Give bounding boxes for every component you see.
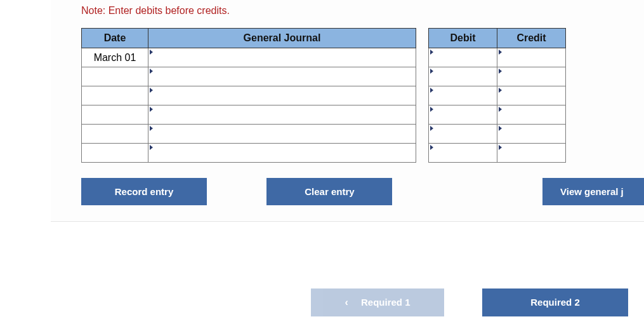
date-cell[interactable] <box>82 67 148 86</box>
debit-cell[interactable] <box>429 67 497 86</box>
debit-cell[interactable] <box>429 125 497 144</box>
dropdown-indicator-icon <box>430 107 433 112</box>
dropdown-indicator-icon <box>499 126 502 131</box>
debit-cell[interactable] <box>429 105 497 125</box>
note-text: Note: Enter debits before credits. <box>57 0 638 28</box>
required-2-button[interactable]: Required 2 <box>482 288 628 316</box>
dropdown-indicator-icon <box>499 88 502 93</box>
journal-table: Date General Journal Debit Credit March … <box>81 28 566 163</box>
record-entry-button[interactable]: Record entry <box>81 178 207 205</box>
spacer-cell <box>416 86 429 105</box>
dropdown-indicator-icon <box>430 69 433 74</box>
dropdown-indicator-icon <box>150 50 153 55</box>
table-row <box>82 125 566 144</box>
dropdown-indicator-icon <box>499 50 502 55</box>
view-general-journal-button[interactable]: View general j <box>542 178 644 205</box>
general-journal-cell[interactable] <box>148 86 416 105</box>
date-cell[interactable] <box>82 86 148 105</box>
dropdown-indicator-icon <box>430 88 433 93</box>
credit-cell[interactable] <box>497 48 566 67</box>
table-row <box>82 105 566 125</box>
spacer-cell <box>416 67 429 86</box>
dropdown-indicator-icon <box>499 107 502 112</box>
nav-prev-label: Required 1 <box>361 297 411 308</box>
debit-cell[interactable] <box>429 48 497 67</box>
dropdown-indicator-icon <box>150 88 153 93</box>
table-row: March 01 <box>82 48 566 67</box>
date-cell[interactable]: March 01 <box>82 48 148 67</box>
table-header-row: Date General Journal Debit Credit <box>82 29 566 48</box>
general-journal-cell[interactable] <box>148 144 416 163</box>
header-credit: Credit <box>497 29 566 48</box>
journal-panel: Note: Enter debits before credits. Date … <box>51 0 644 222</box>
spacer-cell <box>416 144 429 163</box>
dropdown-indicator-icon <box>499 69 502 74</box>
general-journal-cell[interactable] <box>148 67 416 86</box>
header-date: Date <box>82 29 148 48</box>
general-journal-cell[interactable] <box>148 48 416 67</box>
credit-cell[interactable] <box>497 125 566 144</box>
credit-cell[interactable] <box>497 67 566 86</box>
dropdown-indicator-icon <box>430 50 433 55</box>
dropdown-indicator-icon <box>430 145 433 150</box>
clear-entry-button[interactable]: Clear entry <box>266 178 392 205</box>
required-1-button[interactable]: ‹ Required 1 <box>311 288 444 316</box>
nav-next-label: Required 2 <box>530 297 580 308</box>
spacer-cell <box>416 125 429 144</box>
credit-cell[interactable] <box>497 86 566 105</box>
dropdown-indicator-icon <box>150 145 153 150</box>
general-journal-cell[interactable] <box>148 125 416 144</box>
debit-cell[interactable] <box>429 144 497 163</box>
header-spacer <box>416 29 429 48</box>
chevron-left-icon: ‹ <box>345 288 348 316</box>
debit-cell[interactable] <box>429 86 497 105</box>
general-journal-cell[interactable] <box>148 105 416 125</box>
dropdown-indicator-icon <box>499 145 502 150</box>
buttons-row: Record entry Clear entry View general j <box>57 163 638 205</box>
spacer-cell <box>416 105 429 125</box>
table-row <box>82 86 566 105</box>
dropdown-indicator-icon <box>150 126 153 131</box>
date-cell[interactable] <box>82 144 148 163</box>
nav-row: ‹ Required 1 Required 2 <box>0 286 644 319</box>
credit-cell[interactable] <box>497 105 566 125</box>
date-cell[interactable] <box>82 105 148 125</box>
dropdown-indicator-icon <box>430 126 433 131</box>
date-cell[interactable] <box>82 125 148 144</box>
dropdown-indicator-icon <box>150 107 153 112</box>
dropdown-indicator-icon <box>150 69 153 74</box>
credit-cell[interactable] <box>497 144 566 163</box>
spacer-cell <box>416 48 429 67</box>
table-row <box>82 67 566 86</box>
table-row <box>82 144 566 163</box>
header-journal: General Journal <box>148 29 416 48</box>
header-debit: Debit <box>429 29 497 48</box>
